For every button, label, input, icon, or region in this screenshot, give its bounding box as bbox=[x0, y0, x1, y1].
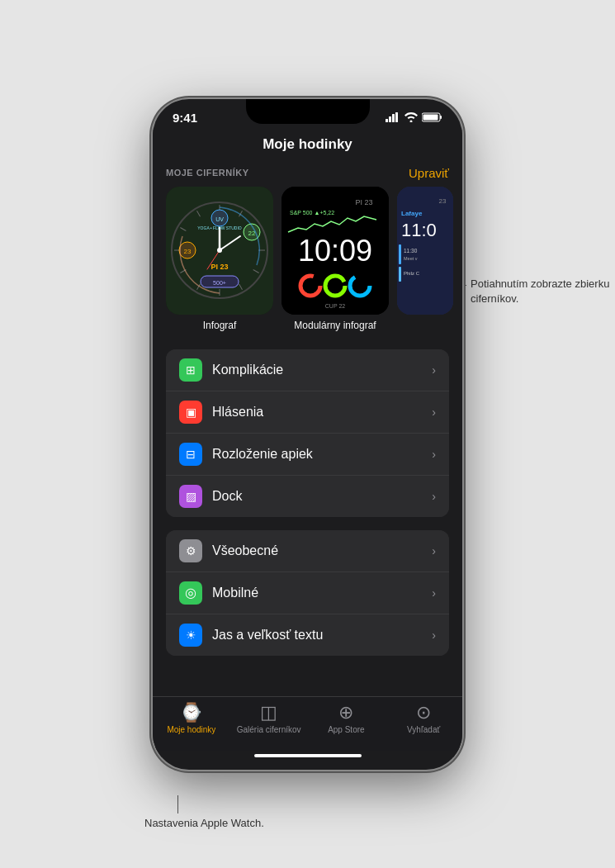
tab-moje-hodinky[interactable]: ⌚ Moje hodinky bbox=[153, 702, 230, 734]
watch-faces-section-header: MOJE CIFERNÍKY Upraviť bbox=[153, 161, 462, 187]
phone-frame: 9:41 bbox=[153, 99, 462, 770]
svg-text:PI 23: PI 23 bbox=[211, 263, 228, 271]
svg-point-24 bbox=[217, 248, 222, 253]
svg-text:23: 23 bbox=[439, 197, 447, 205]
watch-face-partial[interactable]: 23 Lafaye 11:0 11:30 Meet v Philz C bbox=[397, 187, 453, 331]
svg-text:Lafaye: Lafaye bbox=[401, 210, 423, 217]
moje-hodinky-icon: ⌚ bbox=[180, 702, 202, 723]
page-title: Moje hodinky bbox=[153, 130, 462, 161]
hlasenia-chevron: › bbox=[432, 406, 436, 419]
svg-rect-47 bbox=[399, 244, 401, 264]
svg-rect-3 bbox=[395, 112, 398, 122]
svg-text:YOGA • FLOW STUDIO: YOGA • FLOW STUDIO bbox=[197, 225, 242, 230]
menu-item-hlasenia[interactable]: ▣ Hlásenia › bbox=[166, 391, 449, 434]
mobilne-icon: ◎ bbox=[179, 581, 202, 605]
hlasenia-icon: ▣ bbox=[179, 401, 202, 424]
rozlozenie-label: Rozloženie apiek bbox=[212, 447, 432, 462]
section-label: MOJE CIFERNÍKY bbox=[166, 168, 249, 178]
app-store-label: App Store bbox=[328, 725, 364, 734]
svg-text:CUP 22: CUP 22 bbox=[325, 303, 345, 309]
status-time: 9:41 bbox=[173, 111, 197, 125]
home-indicator bbox=[254, 754, 362, 757]
vseobecne-chevron: › bbox=[432, 544, 436, 557]
watch-face-modular[interactable]: PI 23 S&P 500 ▲+5,22 10:09 bbox=[281, 187, 389, 331]
dock-label: Dock bbox=[212, 489, 432, 504]
vseobecne-label: Všeobecné bbox=[212, 543, 432, 558]
svg-rect-5 bbox=[423, 115, 438, 121]
battery-icon bbox=[422, 112, 442, 122]
galeria-label: Galéria ciferníkov bbox=[237, 725, 301, 734]
menu-item-vseobecne[interactable]: ⚙ Všeobecné › bbox=[166, 530, 449, 572]
svg-text:23: 23 bbox=[184, 248, 192, 255]
rozlozenie-chevron: › bbox=[432, 448, 436, 461]
dock-chevron: › bbox=[432, 490, 436, 503]
vseobecne-icon: ⚙ bbox=[179, 539, 202, 562]
svg-rect-1 bbox=[389, 116, 391, 122]
callout-bottom: Nastavenia Apple Watch. bbox=[144, 816, 310, 831]
svg-text:500+: 500+ bbox=[213, 280, 226, 286]
svg-text:10:09: 10:09 bbox=[298, 234, 372, 268]
tab-galeria[interactable]: ◫ Galéria ciferníkov bbox=[230, 702, 308, 734]
callout-right: Potiahnutím zobrazte zbierku ciferníkov. bbox=[471, 277, 615, 306]
mobilne-chevron: › bbox=[432, 586, 436, 600]
komplikacie-label: Komplikácie bbox=[212, 363, 432, 377]
svg-text:S&P 500 ▲+5,22: S&P 500 ▲+5,22 bbox=[290, 210, 334, 216]
signal-icon bbox=[386, 112, 400, 122]
jas-chevron: › bbox=[432, 628, 436, 642]
infograf-image: UV 22 500+ 23 PI bbox=[166, 187, 273, 315]
svg-text:UV: UV bbox=[215, 216, 224, 222]
svg-text:11:0: 11:0 bbox=[401, 220, 437, 240]
dock-icon: ▨ bbox=[179, 485, 202, 508]
komplikacie-icon: ⊞ bbox=[179, 358, 202, 382]
app-store-icon: ⊕ bbox=[338, 702, 353, 723]
svg-text:11:30: 11:30 bbox=[404, 248, 418, 254]
tab-bar: ⌚ Moje hodinky ◫ Galéria ciferníkov ⊕ Ap… bbox=[153, 696, 462, 751]
partial-image: 23 Lafaye 11:0 11:30 Meet v Philz C bbox=[397, 187, 453, 315]
jas-icon: ☀ bbox=[179, 624, 202, 647]
svg-text:Meet v: Meet v bbox=[404, 256, 418, 261]
menu-item-rozlozenie[interactable]: ⊟ Rozloženie apiek › bbox=[166, 434, 449, 476]
watch-face-infograf[interactable]: UV 22 500+ 23 PI bbox=[166, 187, 273, 331]
menu-item-mobilne[interactable]: ◎ Mobilné › bbox=[166, 572, 449, 614]
tab-app-store[interactable]: ⊕ App Store bbox=[308, 702, 386, 734]
modular-label: Modulárny infograf bbox=[294, 320, 376, 331]
svg-rect-0 bbox=[386, 119, 388, 122]
status-icons bbox=[386, 112, 442, 122]
moje-hodinky-label: Moje hodinky bbox=[167, 725, 215, 734]
infograf-label: Infograf bbox=[203, 320, 237, 331]
screen: Moje hodinky MOJE CIFERNÍKY Upraviť bbox=[153, 130, 462, 757]
menu-item-komplikacie[interactable]: ⊞ Komplikácie › bbox=[166, 349, 449, 391]
hlasenia-label: Hlásenia bbox=[212, 405, 432, 420]
mobilne-label: Mobilné bbox=[212, 586, 432, 600]
menu-item-jas[interactable]: ☀ Jas a veľkosť textu › bbox=[166, 614, 449, 656]
svg-rect-50 bbox=[399, 267, 401, 282]
menu-group-2: ⚙ Všeobecné › ◎ Mobilné › ☀ Jas a v bbox=[166, 530, 449, 656]
menu-group-1: ⊞ Komplikácie › ▣ Hlásenia › ⊟ Rozl bbox=[166, 349, 449, 517]
svg-rect-2 bbox=[392, 114, 395, 122]
svg-rect-6 bbox=[440, 116, 442, 119]
menu-item-dock[interactable]: ▨ Dock › bbox=[166, 476, 449, 517]
modular-image: PI 23 S&P 500 ▲+5,22 10:09 bbox=[281, 187, 389, 315]
edit-button[interactable]: Upraviť bbox=[409, 166, 449, 180]
wifi-icon bbox=[404, 112, 418, 122]
svg-text:Philz C: Philz C bbox=[404, 271, 420, 276]
svg-text:PI 23: PI 23 bbox=[355, 198, 372, 206]
watch-faces-carousel: UV 22 500+ 23 PI bbox=[153, 187, 462, 343]
jas-label: Jas a veľkosť textu bbox=[212, 628, 432, 643]
tab-vyhladat[interactable]: ⊙ Vyhľadať bbox=[385, 702, 462, 734]
galeria-icon: ◫ bbox=[260, 702, 277, 723]
rozlozenie-icon: ⊟ bbox=[179, 443, 202, 466]
vyhladat-icon: ⊙ bbox=[416, 702, 431, 723]
notch bbox=[246, 99, 370, 124]
vyhladat-label: Vyhľadať bbox=[407, 725, 440, 734]
komplikacie-chevron: › bbox=[432, 363, 436, 377]
